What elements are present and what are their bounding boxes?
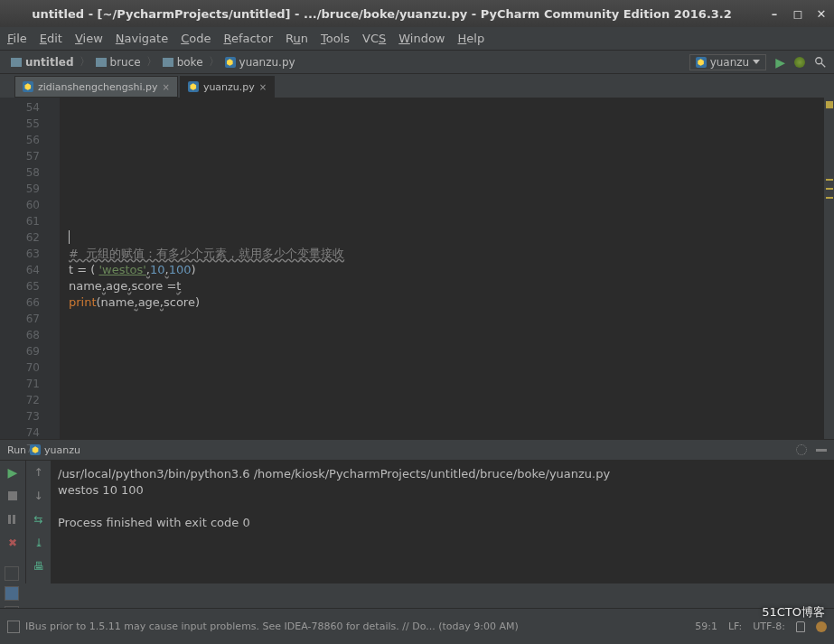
error-stripe-mark[interactable]	[826, 197, 833, 199]
menu-help[interactable]: Help	[458, 32, 485, 45]
status-message[interactable]: IBus prior to 1.5.11 may cause input pro…	[25, 621, 695, 632]
python-file-icon: ⬢	[30, 444, 41, 455]
maximize-icon[interactable]: ◻	[792, 8, 803, 19]
close-button[interactable]: ✖	[6, 537, 19, 549]
run-button[interactable]: ▶	[775, 55, 785, 70]
menu-run[interactable]: Run	[286, 32, 308, 45]
chevron-right-icon: 〉	[209, 54, 220, 70]
folder-icon	[163, 58, 173, 67]
breadcrumb-dir[interactable]: boke	[159, 56, 207, 69]
structure-tool-button[interactable]	[5, 566, 19, 581]
code-editor[interactable]: 5455565758596061626364656667686970717273…	[0, 98, 834, 439]
status-bar: IBus prior to 1.5.11 may cause input pro…	[0, 608, 834, 644]
line-number-gutter: 5455565758596061626364656667686970717273…	[0, 98, 45, 439]
file-encoding[interactable]: UTF-8:	[753, 621, 785, 632]
lock-icon[interactable]	[796, 621, 805, 632]
menu-edit[interactable]: Edit	[40, 32, 62, 45]
python-file-icon: ⬢	[23, 81, 33, 92]
minimize-icon[interactable]: –	[769, 8, 780, 19]
search-icon[interactable]	[814, 56, 827, 69]
menu-code[interactable]: Code	[181, 32, 211, 45]
hector-icon[interactable]	[816, 621, 827, 632]
tool-title: Run	[7, 444, 26, 456]
caret-position[interactable]: 59:1	[695, 621, 717, 632]
breadcrumb-file[interactable]: ⬢yuanzu.py	[221, 56, 299, 69]
close-icon[interactable]: ✕	[816, 8, 827, 19]
python-file-icon: ⬢	[225, 57, 236, 68]
folder-icon	[11, 58, 22, 67]
print-button[interactable]: 🖶	[33, 560, 45, 573]
chevron-right-icon: 〉	[80, 54, 90, 70]
main-menu-bar: File Edit View Navigate Code Refactor Ru…	[0, 27, 834, 51]
menu-vcs[interactable]: VCS	[362, 32, 386, 45]
scroll-to-end-button[interactable]: ⤓	[33, 537, 45, 549]
up-button[interactable]: ↑	[33, 466, 45, 479]
tab-label: yuanzu.py	[203, 81, 255, 93]
close-icon[interactable]: ×	[259, 82, 267, 92]
folder-icon	[96, 58, 107, 67]
svg-point-0	[816, 57, 822, 63]
chevron-right-icon: 〉	[146, 54, 157, 70]
warning-indicator-icon[interactable]	[826, 101, 833, 108]
down-button[interactable]: ↓	[33, 490, 45, 502]
soft-wrap-button[interactable]: ⇆	[33, 513, 45, 526]
python-file-icon: ⬢	[188, 81, 199, 92]
run-config-label: yuanzu	[710, 56, 750, 69]
menu-navigate[interactable]: Navigate	[116, 32, 168, 45]
tab-label: zidianshengchengshi.py	[38, 81, 158, 93]
error-stripe-mark[interactable]	[826, 188, 833, 190]
error-stripe-mark[interactable]	[826, 179, 833, 181]
breadcrumb-dir[interactable]: bruce	[92, 56, 145, 69]
breadcrumb-root[interactable]: untitled	[7, 56, 78, 69]
menu-view[interactable]: View	[75, 32, 103, 45]
menu-refactor[interactable]: Refactor	[223, 32, 273, 45]
code-area[interactable]: # 元组的赋值：有多少个元素，就用多少个变量接收 t = ( 'westos',…	[45, 98, 823, 439]
gear-icon[interactable]	[796, 444, 807, 455]
menu-file[interactable]: File	[7, 32, 27, 45]
svg-line-1	[821, 62, 825, 66]
window-title: untitled - [~/PycharmProjects/untitled] …	[7, 7, 756, 21]
hide-icon[interactable]	[816, 449, 827, 452]
close-icon[interactable]: ×	[163, 82, 170, 92]
editor-tabs: ⬢ zidianshengchengshi.py × ⬢ yuanzu.py ×	[0, 74, 834, 98]
editor-tab-active[interactable]: ⬢ yuanzu.py ×	[180, 76, 275, 98]
stop-button[interactable]	[6, 490, 19, 502]
menu-window[interactable]: Window	[398, 32, 445, 45]
run-toolbar-2: ↑ ↓ ⇆ ⤓ 🖶	[25, 461, 51, 583]
python-file-icon: ⬢	[696, 57, 707, 68]
pause-button[interactable]	[6, 513, 19, 526]
line-separator[interactable]: LF:	[728, 621, 742, 632]
chevron-down-icon	[753, 60, 760, 64]
favorites-tool-button[interactable]	[5, 586, 19, 601]
rerun-button[interactable]: ▶	[6, 466, 19, 479]
watermark: 51CTO博客	[762, 604, 825, 621]
menu-tools[interactable]: Tools	[321, 32, 350, 45]
editor-tab[interactable]: ⬢ zidianshengchengshi.py ×	[14, 76, 178, 98]
tool-windows-icon[interactable]	[7, 621, 20, 633]
window-titlebar: untitled - [~/PycharmProjects/untitled] …	[0, 0, 834, 27]
editor-scrollbar[interactable]	[823, 98, 834, 439]
debug-button[interactable]	[794, 57, 805, 68]
navigation-bar: untitled 〉 bruce 〉 boke 〉 ⬢yuanzu.py ⬢ y…	[0, 51, 834, 74]
run-config-selector[interactable]: ⬢ yuanzu	[689, 54, 767, 70]
